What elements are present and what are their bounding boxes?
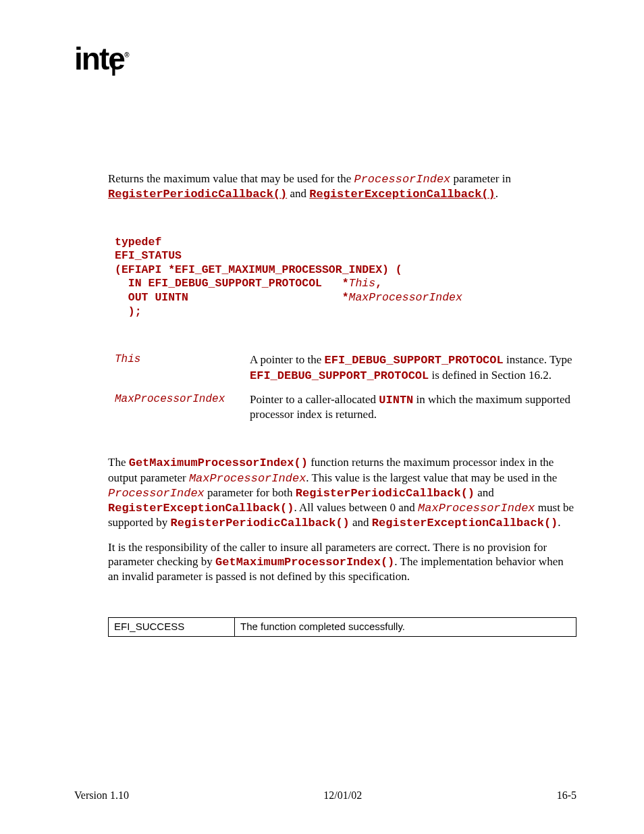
status-codes-table: EFI_SUCCESS The function completed succe… bbox=[108, 617, 576, 637]
param-desc: A pointer to the EFI_DEBUG_SUPPORT_PROTO… bbox=[250, 353, 576, 383]
func-link[interactable]: RegisterExceptionCallback() bbox=[309, 188, 495, 201]
table-row: EFI_SUCCESS The function completed succe… bbox=[109, 618, 576, 637]
func-link[interactable]: RegisterPeriodicCallback() bbox=[108, 188, 287, 201]
status-code-cell: EFI_SUCCESS bbox=[109, 618, 235, 637]
param-name: This bbox=[115, 353, 250, 383]
text: and bbox=[287, 187, 309, 200]
summary-paragraph: Returns the maximum value that may be us… bbox=[108, 172, 576, 202]
page-footer: Version 1.10 12/01/02 16-5 bbox=[74, 789, 576, 802]
param-name: MaxProcessorIndex bbox=[115, 392, 250, 422]
description-p2: It is the responsibility of the caller t… bbox=[108, 540, 576, 584]
prototype-code: typedef EFI_STATUS (EFIAPI *EFI_GET_MAXI… bbox=[115, 236, 576, 319]
param-row: MaxProcessorIndex Pointer to a caller-al… bbox=[115, 392, 576, 422]
param-row: This A pointer to the EFI_DEBUG_SUPPORT_… bbox=[115, 353, 576, 383]
footer-date: 12/01/02 bbox=[323, 789, 362, 802]
param-desc: Pointer to a caller-allocated UINTN in w… bbox=[250, 392, 576, 422]
footer-version: Version 1.10 bbox=[74, 789, 129, 802]
description-p1: The GetMaximumProcessorIndex() function … bbox=[108, 455, 576, 530]
document-body: Returns the maximum value that may be us… bbox=[108, 172, 576, 637]
footer-page: 16-5 bbox=[557, 789, 576, 802]
text: . bbox=[495, 187, 498, 200]
param-ref: ProcessorIndex bbox=[354, 173, 450, 186]
text: Returns the maximum value that may be us… bbox=[108, 172, 354, 185]
text: parameter in bbox=[450, 172, 511, 185]
intel-logo: intel ® bbox=[74, 41, 130, 77]
parameters-list: This A pointer to the EFI_DEBUG_SUPPORT_… bbox=[115, 353, 576, 421]
status-desc-cell: The function completed successfully. bbox=[235, 618, 576, 637]
